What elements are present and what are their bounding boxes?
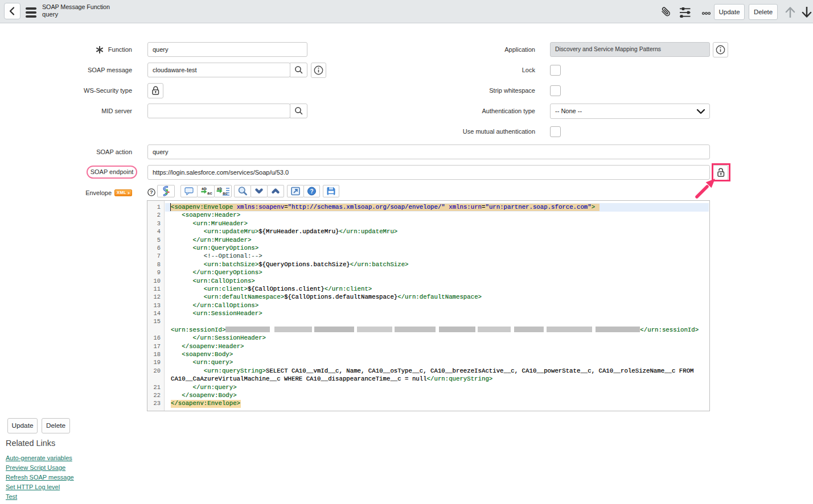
svg-text:?: ? bbox=[310, 188, 313, 195]
svg-text:?: ? bbox=[150, 189, 153, 195]
svg-text:ac: ac bbox=[207, 191, 213, 196]
